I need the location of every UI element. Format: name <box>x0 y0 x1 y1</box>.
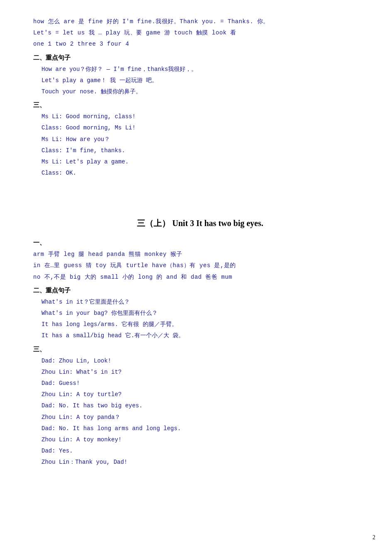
unit3-dialogue-8: Zhou Lin: A toy monkey! <box>41 435 367 445</box>
unit3-dialogues: Dad: Zhou Lin, Look! Zhou Lin: What's in… <box>33 356 367 468</box>
vocab-line-2: Let's = let us 我 … play 玩、要 game 游 touch… <box>33 28 367 38</box>
unit3-vocab: arm 手臂 leg 腿 head panda 熊猫 monkey 猴子 in … <box>33 249 367 282</box>
dialogue-top-4: Class: I'm fine, thanks. <box>41 146 367 156</box>
sentence-2: Let's play a game！ 我 一起玩游 吧。 <box>41 75 367 86</box>
vocab-line-3: one 1 two 2 three 3 four 4 <box>33 39 367 49</box>
san-label-unit3: 三、 <box>33 344 367 355</box>
unit3-dialogue-4: Zhou Lin: A toy turtle? <box>41 389 367 400</box>
unit3-dialogue-5: Dad: No. It has two big eyes. <box>41 401 367 411</box>
unit3-section: 三（上） Unit 3 It has two big eyes. 一、 arm … <box>33 216 367 467</box>
top-sentences: How are you？你好？ — I'm fine，thanks我很好，。 L… <box>33 64 367 97</box>
er-label-unit3: 二、重点句子 <box>33 285 367 296</box>
unit3-sentences: What's in it？它里面是什么？ What's in your bag?… <box>33 297 367 341</box>
yi-label-unit3: 一、 <box>33 237 367 248</box>
unit3-sentence-2: What's in your bag? 你包里面有什么？ <box>41 308 367 319</box>
unit3-vocab-line-3: no 不,不是 big 大的 small 小的 long 的 and 和 dad… <box>33 272 367 282</box>
unit3-dialogue-3: Dad: Guess! <box>41 378 367 389</box>
unit3-dialogue-9: Dad: Yes. <box>41 446 367 456</box>
unit3-sentence-1: What's in it？它里面是什么？ <box>41 297 367 307</box>
dialogue-top-6: Class: OK. <box>41 168 367 178</box>
san-label-top: 三、 <box>33 100 367 111</box>
unit3-sentence-4: It has a small/big head 它.有一个小／大 袋。 <box>41 331 367 341</box>
top-vocab-section: how 怎么 are 是 fine 好的 I'm fine.我很好。Thank … <box>33 17 367 50</box>
dialogue-top-1: Ms Li: Good morning, class! <box>41 112 367 122</box>
unit3-dialogue-2: Zhou Lin: What's in it? <box>41 367 367 377</box>
dialogue-top-2: Class: Good morning, Ms Li! <box>41 123 367 133</box>
unit3-dialogue-10: Zhou Lin：Thank you, Dad! <box>41 457 367 467</box>
sentence-1: How are you？你好？ — I'm fine，thanks我很好，。 <box>41 64 367 75</box>
unit3-vocab-line-1: arm 手臂 leg 腿 head panda 熊猫 monkey 猴子 <box>33 249 367 260</box>
dialogue-top-3: Ms Li: How are you？ <box>41 134 367 145</box>
unit3-sentence-3: It has long legs/arms. 它有很 的腿／手臂。 <box>41 319 367 330</box>
dialogue-top-5: Ms Li: Let's play a game. <box>41 157 367 167</box>
sentence-3: Touch your nose. 触摸你的鼻子。 <box>41 87 367 97</box>
unit3-vocab-line-2: in 在…里 guess 猜 toy 玩具 turtle have（has）有 … <box>33 260 367 271</box>
unit3-dialogue-1: Dad: Zhou Lin, Look! <box>41 356 367 366</box>
unit3-title: 三（上） Unit 3 It has two big eyes. <box>33 216 367 231</box>
vocab-line-1: how 怎么 are 是 fine 好的 I'm fine.我很好。Thank … <box>33 17 367 27</box>
unit3-dialogue-6: Zhou Lin: A toy panda？ <box>41 412 367 423</box>
top-dialogues: Ms Li: Good morning, class! Class: Good … <box>33 112 367 178</box>
er-label-top: 二、重点句子 <box>33 52 367 63</box>
unit3-dialogue-7: Dad: No. It has long arms and long legs. <box>41 424 367 434</box>
